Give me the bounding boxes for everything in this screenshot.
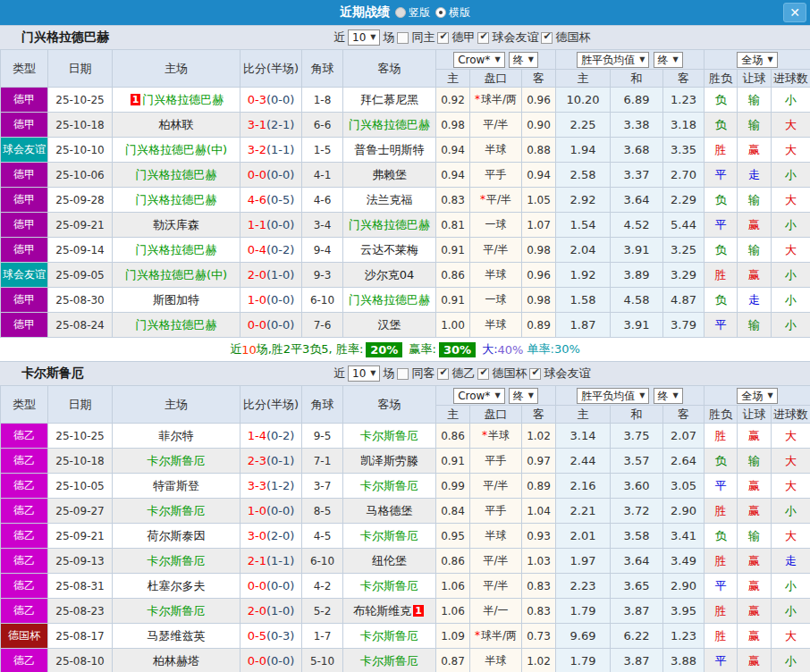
col-let-goal: 让球 — [738, 406, 772, 424]
layout-radio-vertical[interactable]: 竖版 — [395, 5, 430, 21]
close-icon: ✕ — [789, 5, 800, 20]
match-date: 25-10-25 — [48, 88, 113, 113]
corner-count: 7-6 — [302, 313, 343, 338]
odds-away: 0.94 — [522, 163, 556, 188]
avg-select[interactable]: 胜平负均值▼ — [577, 388, 649, 404]
corner-count: 9-4 — [302, 238, 343, 263]
home-team: 门兴格拉德巴赫 — [113, 163, 240, 188]
result-wdl: 胜 — [705, 599, 738, 624]
avg-home-odds: 2.92 — [556, 188, 611, 213]
avg-home-odds: 2.23 — [556, 574, 611, 599]
odds-home: 0.94 — [436, 163, 470, 188]
match-date: 25-09-21 — [48, 524, 113, 549]
odds-source-select[interactable]: Crow*▼ — [453, 388, 504, 404]
result-handicap: 赢 — [738, 263, 772, 288]
score: 0-0(0-0) — [240, 313, 302, 338]
corner-count: 6-10 — [302, 549, 343, 574]
match-count-value: 10 — [352, 366, 366, 381]
odds-home: 0.94 — [436, 138, 470, 163]
col-date: 日期 — [48, 50, 113, 88]
score: 2-0(1-0) — [240, 263, 302, 288]
odds-source-select[interactable]: Crow*▼ — [453, 52, 504, 68]
radio-icon[interactable] — [395, 7, 406, 18]
league-checkbox[interactable] — [541, 32, 553, 44]
odds-time-select[interactable]: 终▼ — [509, 52, 538, 68]
avg-group-header: 胜平负均值▼ 终▼ — [556, 50, 705, 70]
col-goals: 进球数 — [772, 70, 810, 88]
odds-home: 1.00 — [436, 313, 470, 338]
home-team: 柏林联 — [113, 113, 240, 138]
handicap-line: 半/一 — [470, 599, 522, 624]
avg-away-odds: 1.23 — [663, 624, 705, 649]
corner-count: 4-5 — [302, 524, 343, 549]
score: 2-1(1-1) — [240, 549, 302, 574]
avg-home-odds: 2.16 — [556, 474, 611, 499]
avg-draw-odds: 3.38 — [611, 113, 663, 138]
odds-away: 0.83 — [522, 599, 556, 624]
col-home: 主场 — [113, 386, 240, 424]
match-row: 德乙25-10-25菲尔特1-4(0-2)9-5卡尔斯鲁厄0.86*半球1.02… — [1, 424, 810, 449]
avg-away-odds: 2.90 — [663, 499, 705, 524]
league-checkbox[interactable] — [477, 368, 489, 380]
avg-time-select[interactable]: 终▼ — [654, 388, 683, 404]
result-handicap: 走 — [738, 288, 772, 313]
fulltime-select[interactable]: 全场▼ — [737, 52, 777, 68]
avg-home-odds: 1.92 — [556, 263, 611, 288]
result-goals: 大 — [772, 474, 810, 499]
radio-checked-icon[interactable] — [435, 7, 446, 18]
match-row: 德甲25-09-14门兴格拉德巴赫0-4(0-2)9-4云达不莱梅0.91平/半… — [1, 238, 810, 263]
result-wdl: 平 — [705, 574, 738, 599]
close-button[interactable]: ✕ — [783, 3, 806, 22]
away-team: 卡尔斯鲁厄 — [343, 649, 436, 672]
odds-away: 1.03 — [522, 549, 556, 574]
section-header-2: 卡尔斯鲁厄 近 10 ▼ 场 同客 德乙 德国杯 球会友谊 — [0, 361, 810, 385]
same-venue-checkbox[interactable] — [397, 368, 409, 380]
league-checkbox[interactable] — [437, 32, 449, 44]
match-date: 25-10-05 — [48, 474, 113, 499]
league-checkbox[interactable] — [477, 32, 489, 44]
odds-away: 0.98 — [522, 288, 556, 313]
avg-select[interactable]: 胜平负均值▼ — [577, 52, 649, 68]
result-handicap: 输 — [738, 524, 772, 549]
league-badge: 德国杯 — [1, 624, 48, 649]
avg-home-odds: 1.87 — [556, 313, 611, 338]
handicap-line: 平手 — [470, 499, 522, 524]
result-handicap: 赢 — [738, 624, 772, 649]
league-checkbox[interactable] — [437, 368, 449, 380]
panel-title: 近期战绩 — [340, 4, 390, 21]
col-avg-draw: 和 — [611, 406, 663, 424]
layout-radio-horizontal[interactable]: 横版 — [435, 5, 470, 21]
fulltime-select[interactable]: 全场▼ — [737, 388, 777, 404]
avg-draw-odds: 6.22 — [611, 624, 663, 649]
summary-text: 40% — [498, 343, 524, 357]
match-count-select[interactable]: 10 ▼ — [348, 365, 380, 382]
avg-draw-odds: 6.89 — [611, 88, 663, 113]
result-goals: 大 — [772, 524, 810, 549]
result-wdl: 平 — [705, 649, 738, 672]
match-date: 25-09-13 — [48, 549, 113, 574]
team-name: 门兴格拉德巴赫 — [21, 29, 109, 46]
avg-draw-odds: 3.60 — [611, 474, 663, 499]
odds-time-select[interactable]: 终▼ — [509, 388, 538, 404]
score: 0-0(0-0) — [240, 649, 302, 672]
league-checkbox[interactable] — [529, 368, 541, 380]
match-count-select[interactable]: 10 ▼ — [348, 29, 380, 46]
filter-bar: 近 10 ▼ 场 同客 德乙 德国杯 球会友谊 — [333, 365, 590, 382]
avg-away-odds: 4.87 — [663, 288, 705, 313]
avg-value: 胜平负均值 — [581, 53, 635, 67]
result-wdl: 负 — [705, 238, 738, 263]
avg-value: 胜平负均值 — [581, 389, 635, 403]
chevron-down-icon: ▼ — [370, 366, 375, 381]
same-venue-checkbox[interactable] — [397, 32, 409, 44]
avg-time-select[interactable]: 终▼ — [654, 52, 683, 68]
fulltime-group-header: 全场▼ — [705, 50, 810, 70]
away-team: 门兴格拉德巴赫 — [343, 213, 436, 238]
handicap-line: 半球 — [470, 649, 522, 672]
away-team: 门兴格拉德巴赫 — [343, 288, 436, 313]
avg-away-odds: 3.95 — [663, 599, 705, 624]
avg-away-odds: 5.44 — [663, 213, 705, 238]
avg-draw-odds: 3.87 — [611, 649, 663, 672]
result-goals: 大 — [772, 138, 810, 163]
avg-away-odds: 3.29 — [663, 263, 705, 288]
result-wdl: 负 — [705, 188, 738, 213]
